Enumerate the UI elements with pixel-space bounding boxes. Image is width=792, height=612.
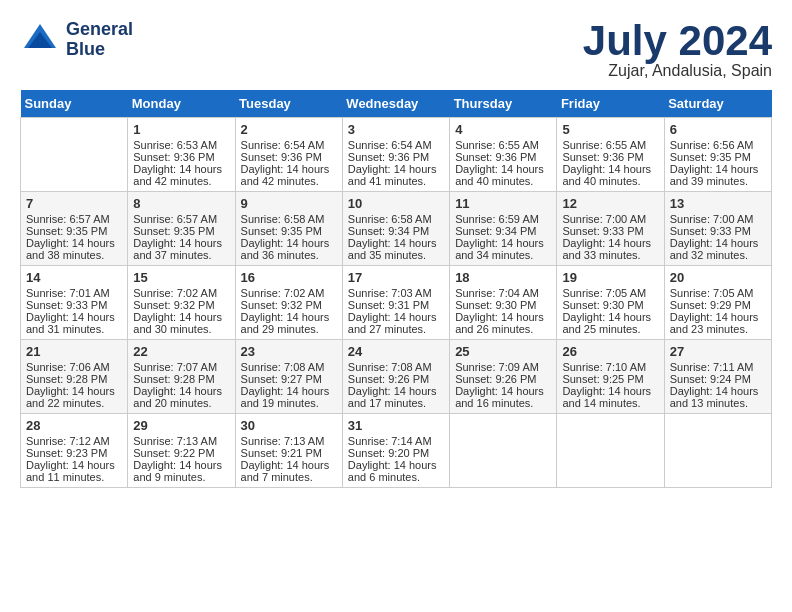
sunrise-text: Sunrise: 7:13 AM [241, 435, 337, 447]
page-header: General Blue July 2024 Zujar, Andalusia,… [20, 20, 772, 80]
calendar-cell [664, 414, 771, 488]
sunrise-text: Sunrise: 7:08 AM [348, 361, 444, 373]
daylight-text: Daylight: 14 hours and 37 minutes. [133, 237, 229, 261]
sunset-text: Sunset: 9:36 PM [455, 151, 551, 163]
sunrise-text: Sunrise: 7:08 AM [241, 361, 337, 373]
sunrise-text: Sunrise: 7:01 AM [26, 287, 122, 299]
day-header-friday: Friday [557, 90, 664, 118]
sunset-text: Sunset: 9:21 PM [241, 447, 337, 459]
day-number: 2 [241, 122, 337, 137]
daylight-text: Daylight: 14 hours and 11 minutes. [26, 459, 122, 483]
sunset-text: Sunset: 9:34 PM [455, 225, 551, 237]
daylight-text: Daylight: 14 hours and 31 minutes. [26, 311, 122, 335]
sunset-text: Sunset: 9:23 PM [26, 447, 122, 459]
sunrise-text: Sunrise: 7:04 AM [455, 287, 551, 299]
sunrise-text: Sunrise: 7:10 AM [562, 361, 658, 373]
day-number: 12 [562, 196, 658, 211]
week-row-3: 21Sunrise: 7:06 AMSunset: 9:28 PMDayligh… [21, 340, 772, 414]
day-number: 5 [562, 122, 658, 137]
day-number: 26 [562, 344, 658, 359]
day-number: 3 [348, 122, 444, 137]
sunset-text: Sunset: 9:26 PM [455, 373, 551, 385]
calendar-cell: 20Sunrise: 7:05 AMSunset: 9:29 PMDayligh… [664, 266, 771, 340]
daylight-text: Daylight: 14 hours and 25 minutes. [562, 311, 658, 335]
calendar-cell: 28Sunrise: 7:12 AMSunset: 9:23 PMDayligh… [21, 414, 128, 488]
sunset-text: Sunset: 9:29 PM [670, 299, 766, 311]
day-number: 1 [133, 122, 229, 137]
day-header-tuesday: Tuesday [235, 90, 342, 118]
day-number: 18 [455, 270, 551, 285]
sunrise-text: Sunrise: 6:57 AM [133, 213, 229, 225]
daylight-text: Daylight: 14 hours and 32 minutes. [670, 237, 766, 261]
daylight-text: Daylight: 14 hours and 7 minutes. [241, 459, 337, 483]
daylight-text: Daylight: 14 hours and 9 minutes. [133, 459, 229, 483]
sunset-text: Sunset: 9:34 PM [348, 225, 444, 237]
day-number: 4 [455, 122, 551, 137]
daylight-text: Daylight: 14 hours and 6 minutes. [348, 459, 444, 483]
sunset-text: Sunset: 9:32 PM [241, 299, 337, 311]
week-row-1: 7Sunrise: 6:57 AMSunset: 9:35 PMDaylight… [21, 192, 772, 266]
day-number: 28 [26, 418, 122, 433]
month-title: July 2024 [583, 20, 772, 62]
day-number: 25 [455, 344, 551, 359]
calendar-cell [450, 414, 557, 488]
sunset-text: Sunset: 9:26 PM [348, 373, 444, 385]
calendar-cell: 2Sunrise: 6:54 AMSunset: 9:36 PMDaylight… [235, 118, 342, 192]
calendar-cell: 22Sunrise: 7:07 AMSunset: 9:28 PMDayligh… [128, 340, 235, 414]
sunset-text: Sunset: 9:36 PM [348, 151, 444, 163]
sunset-text: Sunset: 9:35 PM [26, 225, 122, 237]
day-header-monday: Monday [128, 90, 235, 118]
sunset-text: Sunset: 9:31 PM [348, 299, 444, 311]
day-number: 6 [670, 122, 766, 137]
calendar-cell: 11Sunrise: 6:59 AMSunset: 9:34 PMDayligh… [450, 192, 557, 266]
daylight-text: Daylight: 14 hours and 22 minutes. [26, 385, 122, 409]
calendar-cell: 31Sunrise: 7:14 AMSunset: 9:20 PMDayligh… [342, 414, 449, 488]
daylight-text: Daylight: 14 hours and 17 minutes. [348, 385, 444, 409]
sunset-text: Sunset: 9:28 PM [26, 373, 122, 385]
daylight-text: Daylight: 14 hours and 40 minutes. [455, 163, 551, 187]
day-number: 24 [348, 344, 444, 359]
sunrise-text: Sunrise: 7:02 AM [133, 287, 229, 299]
sunset-text: Sunset: 9:33 PM [562, 225, 658, 237]
sunrise-text: Sunrise: 6:57 AM [26, 213, 122, 225]
sunrise-text: Sunrise: 6:55 AM [455, 139, 551, 151]
sunrise-text: Sunrise: 6:58 AM [348, 213, 444, 225]
calendar-cell: 3Sunrise: 6:54 AMSunset: 9:36 PMDaylight… [342, 118, 449, 192]
sunrise-text: Sunrise: 7:05 AM [670, 287, 766, 299]
day-number: 11 [455, 196, 551, 211]
sunset-text: Sunset: 9:28 PM [133, 373, 229, 385]
daylight-text: Daylight: 14 hours and 27 minutes. [348, 311, 444, 335]
logo-icon [20, 20, 60, 60]
daylight-text: Daylight: 14 hours and 38 minutes. [26, 237, 122, 261]
calendar-cell: 23Sunrise: 7:08 AMSunset: 9:27 PMDayligh… [235, 340, 342, 414]
sunset-text: Sunset: 9:30 PM [455, 299, 551, 311]
calendar-cell: 15Sunrise: 7:02 AMSunset: 9:32 PMDayligh… [128, 266, 235, 340]
calendar-cell: 14Sunrise: 7:01 AMSunset: 9:33 PMDayligh… [21, 266, 128, 340]
sunset-text: Sunset: 9:35 PM [670, 151, 766, 163]
sunrise-text: Sunrise: 7:03 AM [348, 287, 444, 299]
calendar-cell [557, 414, 664, 488]
daylight-text: Daylight: 14 hours and 13 minutes. [670, 385, 766, 409]
sunrise-text: Sunrise: 7:11 AM [670, 361, 766, 373]
daylight-text: Daylight: 14 hours and 19 minutes. [241, 385, 337, 409]
calendar-table: SundayMondayTuesdayWednesdayThursdayFrid… [20, 90, 772, 488]
calendar-cell: 16Sunrise: 7:02 AMSunset: 9:32 PMDayligh… [235, 266, 342, 340]
daylight-text: Daylight: 14 hours and 41 minutes. [348, 163, 444, 187]
calendar-cell: 25Sunrise: 7:09 AMSunset: 9:26 PMDayligh… [450, 340, 557, 414]
daylight-text: Daylight: 14 hours and 40 minutes. [562, 163, 658, 187]
day-header-wednesday: Wednesday [342, 90, 449, 118]
calendar-cell: 21Sunrise: 7:06 AMSunset: 9:28 PMDayligh… [21, 340, 128, 414]
daylight-text: Daylight: 14 hours and 39 minutes. [670, 163, 766, 187]
sunrise-text: Sunrise: 6:54 AM [348, 139, 444, 151]
daylight-text: Daylight: 14 hours and 23 minutes. [670, 311, 766, 335]
daylight-text: Daylight: 14 hours and 34 minutes. [455, 237, 551, 261]
sunset-text: Sunset: 9:35 PM [133, 225, 229, 237]
day-number: 17 [348, 270, 444, 285]
day-number: 29 [133, 418, 229, 433]
day-number: 13 [670, 196, 766, 211]
day-number: 14 [26, 270, 122, 285]
sunset-text: Sunset: 9:25 PM [562, 373, 658, 385]
day-number: 31 [348, 418, 444, 433]
calendar-cell: 27Sunrise: 7:11 AMSunset: 9:24 PMDayligh… [664, 340, 771, 414]
sunset-text: Sunset: 9:36 PM [241, 151, 337, 163]
